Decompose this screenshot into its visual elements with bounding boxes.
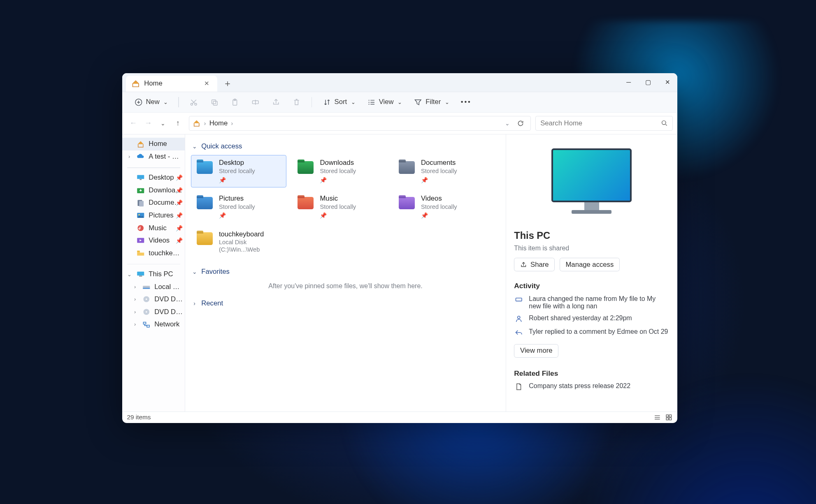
filter-label: Filter (425, 98, 441, 106)
disc-icon (142, 295, 151, 304)
nav-videos[interactable]: Videos📌 (122, 234, 185, 247)
tile-subtitle: Stored locally (421, 203, 457, 211)
details-view-icon[interactable] (653, 413, 661, 421)
more-button[interactable]: ••• (456, 96, 476, 109)
music-icon (136, 223, 145, 232)
up-button[interactable]: ↑ (172, 117, 184, 129)
search-input[interactable] (540, 119, 661, 127)
breadcrumb-segment[interactable]: Home (209, 119, 228, 127)
nav-dvd-d-1[interactable]: ›DVD Drive (D:) CC (122, 293, 185, 306)
paste-button[interactable] (226, 95, 244, 109)
chevron-right-icon[interactable]: › (126, 154, 133, 160)
chevron-right-icon[interactable]: › (132, 309, 139, 315)
chevron-right-icon: › (191, 300, 198, 307)
cut-button[interactable] (185, 95, 203, 109)
tile-downloads[interactable]: Downloads Stored locally 📌 (292, 155, 388, 187)
svg-point-8 (662, 121, 665, 125)
related-file-item[interactable]: Company stats press release 2022 (514, 382, 669, 391)
nav-pictures[interactable]: Pictures📌 (122, 209, 185, 222)
recent-locations-button[interactable]: ⌄ (157, 117, 170, 129)
sort-label: Sort (335, 98, 347, 106)
group-favorites[interactable]: ⌄ Favorites (191, 268, 500, 276)
new-tab-button[interactable]: ＋ (220, 76, 236, 92)
chevron-down-icon: ⌄ (163, 99, 168, 105)
tile-desktop[interactable]: Desktop Stored locally 📌 (191, 155, 286, 187)
nav-this-pc[interactable]: ⌄This PC (122, 268, 185, 281)
cut-icon (189, 97, 198, 106)
view-more-button[interactable]: View more (514, 344, 558, 358)
forward-button[interactable]: → (142, 117, 155, 129)
svg-rect-30 (666, 415, 668, 417)
nav-documents[interactable]: Documents📌 (122, 197, 185, 209)
tile-title: Downloads (320, 159, 356, 167)
copy-button[interactable] (205, 95, 223, 109)
chevron-right-icon[interactable]: › (132, 296, 139, 302)
tile-videos[interactable]: Videos Stored locally 📌 (393, 191, 488, 223)
tile-touchkeyboard[interactable]: touchkeyboard Local Disk (C:)\Win...\Web (191, 227, 286, 257)
large-icons-view-icon[interactable] (665, 413, 672, 421)
share-label: Share (530, 261, 549, 269)
new-label: New (146, 98, 159, 106)
tile-music[interactable]: Music Stored locally 📌 (292, 191, 388, 223)
svg-rect-31 (669, 415, 671, 417)
chevron-right-icon[interactable]: › (132, 321, 139, 327)
nav-local-disk[interactable]: ›Local Disk (C:) (122, 280, 185, 293)
nav-network[interactable]: ›Network (122, 318, 185, 331)
close-button[interactable]: ✕ (658, 73, 677, 92)
nav-desktop[interactable]: Desktop📌 (122, 171, 185, 184)
breadcrumb[interactable]: › Home › ⌄ (189, 116, 531, 131)
pin-icon: 📌 (421, 177, 457, 184)
nav-touchkeyboard[interactable]: touchkeyboard (122, 247, 185, 259)
chevron-down-icon[interactable]: ⌄ (126, 271, 133, 277)
nav-onedrive[interactable]: › A test - Personal (122, 150, 185, 163)
nav-label: Network (154, 320, 183, 328)
tab-close-icon[interactable]: ✕ (204, 80, 209, 87)
refresh-button[interactable] (514, 117, 527, 129)
chevron-down-icon: ⌄ (191, 143, 198, 150)
back-button[interactable]: ← (127, 117, 140, 129)
activity-item: Laura changed the name from My file to M… (514, 295, 669, 310)
minimize-button[interactable]: ─ (619, 73, 638, 92)
group-quick-access[interactable]: ⌄ Quick access (191, 142, 500, 150)
search-icon (661, 120, 668, 127)
sort-button[interactable]: Sort ⌄ (318, 95, 360, 109)
tile-documents[interactable]: Documents Stored locally 📌 (393, 155, 488, 187)
tile-title: Pictures (219, 194, 255, 203)
tile-pictures[interactable]: Pictures Stored locally 📌 (191, 191, 286, 223)
view-button[interactable]: View ⌄ (363, 95, 407, 109)
tab-home[interactable]: Home ✕ (126, 76, 217, 92)
manage-access-button[interactable]: Manage access (560, 258, 620, 271)
delete-button[interactable] (288, 95, 306, 109)
nav-label: DVD Drive (D:) CC (154, 295, 183, 303)
tile-title: touchkeyboard (219, 230, 281, 238)
filter-button[interactable]: Filter ⌄ (409, 95, 454, 109)
nav-dvd-d-2[interactable]: ›DVD Drive (D:) CCC (122, 306, 185, 319)
pin-icon: 📌 (176, 212, 183, 219)
nav-home[interactable]: Home (122, 138, 185, 150)
nav-downloads[interactable]: Downloads📌 (122, 184, 185, 197)
nav-label: Home (149, 140, 182, 148)
tile-title: Desktop (219, 159, 255, 167)
chevron-down-icon[interactable]: ⌄ (505, 120, 510, 127)
group-recent[interactable]: › Recent (191, 299, 500, 307)
downloads-icon (297, 159, 314, 176)
details-title: This PC (514, 230, 669, 241)
navigation-pane: Home › A test - Personal Desktop📌 Downlo… (122, 134, 185, 412)
activity-item: Tyler replied to a comment by Edmee on O… (514, 328, 669, 337)
svg-rect-26 (144, 322, 146, 324)
nav-music[interactable]: Music📌 (122, 222, 185, 234)
rename-button[interactable] (246, 95, 265, 109)
chevron-right-icon[interactable]: › (132, 284, 139, 290)
search-box[interactable] (535, 116, 673, 131)
group-label: Quick access (201, 142, 242, 150)
new-icon (134, 97, 143, 106)
home-icon (132, 80, 139, 88)
new-button[interactable]: New ⌄ (129, 95, 172, 109)
maximize-button[interactable]: ▢ (638, 73, 658, 92)
svg-rect-10 (139, 179, 142, 180)
share-button[interactable]: Share (514, 258, 555, 271)
titlebar: Home ✕ ＋ ─ ▢ ✕ (122, 73, 677, 92)
svg-rect-18 (137, 272, 144, 276)
share-button[interactable] (267, 95, 285, 109)
computer-icon (551, 148, 632, 217)
